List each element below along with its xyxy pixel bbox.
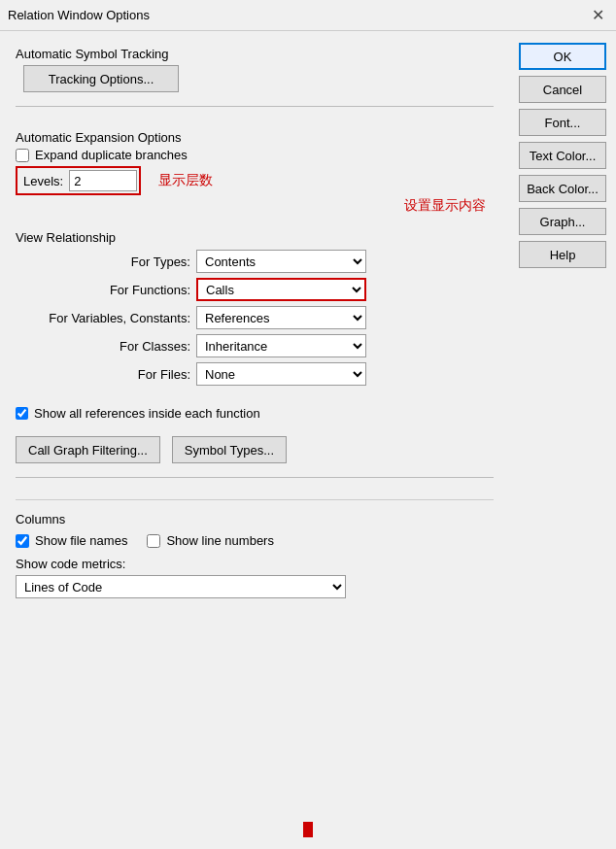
for-functions-label: For Functions: <box>16 283 190 297</box>
show-code-metrics-label: Show code metrics: <box>16 557 494 571</box>
for-classes-label: For Classes: <box>16 339 190 354</box>
show-linenumbers-checkbox[interactable] <box>147 534 160 548</box>
ok-button[interactable]: OK <box>519 43 606 70</box>
levels-row: Levels: 显示层数 <box>16 166 494 195</box>
chinese-label-levels: 显示层数 <box>158 172 213 189</box>
for-variables-row: For Variables, Constants: References Non… <box>16 306 494 329</box>
for-functions-row: For Functions: Calls References None <box>16 278 494 301</box>
auto-symbol-tracking-section: Automatic Symbol Tracking Tracking Optio… <box>16 43 494 92</box>
for-types-label: For Types: <box>16 255 190 269</box>
back-color-button[interactable]: Back Color... <box>519 175 606 202</box>
columns-section: Columns Show file names Show line number… <box>16 499 494 598</box>
text-color-button[interactable]: Text Color... <box>519 142 606 169</box>
auto-tracking-label: Automatic Symbol Tracking <box>16 47 494 61</box>
expand-duplicate-checkbox[interactable] <box>16 149 29 162</box>
call-graph-filtering-button[interactable]: Call Graph Filtering... <box>16 436 160 463</box>
for-types-row: For Types: Contents References None <box>16 250 494 273</box>
for-variables-label: For Variables, Constants: <box>16 311 190 325</box>
close-button[interactable]: ✕ <box>588 6 608 25</box>
show-linenumbers-label: Show line numbers <box>166 533 274 548</box>
for-files-row: For Files: None References <box>16 362 494 386</box>
symbol-types-button[interactable]: Symbol Types... <box>172 436 287 463</box>
for-variables-select[interactable]: References None <box>196 306 366 329</box>
show-linenumbers-row: Show line numbers <box>147 533 274 548</box>
dialog-title: Relation Window Options <box>8 8 150 22</box>
dialog-right-panel: OK Cancel Font... Text Color... Back Col… <box>509 31 616 849</box>
action-buttons-row: Call Graph Filtering... Symbol Types... <box>16 436 494 463</box>
show-filenames-label: Show file names <box>35 533 127 548</box>
expand-duplicate-label: Expand duplicate branches <box>35 148 188 162</box>
levels-box: Levels: <box>16 166 141 195</box>
font-button[interactable]: Font... <box>519 109 606 136</box>
dialog-body: Automatic Symbol Tracking Tracking Optio… <box>0 31 616 849</box>
for-files-select[interactable]: None References <box>196 362 366 386</box>
levels-label: Levels: <box>19 174 63 188</box>
for-files-label: For Files: <box>16 367 190 382</box>
sep1 <box>16 106 494 107</box>
levels-input[interactable] <box>69 170 137 191</box>
arrow-stem <box>303 822 313 837</box>
columns-label: Columns <box>16 512 494 526</box>
tracking-options-button[interactable]: Tracking Options... <box>23 65 179 92</box>
auto-expansion-section: Automatic Expansion Options Expand dupli… <box>16 126 494 215</box>
show-all-refs-label: Show all references inside each function <box>34 406 260 421</box>
code-metrics-select[interactable]: Lines of Code Complexity None <box>16 575 346 598</box>
graph-button[interactable]: Graph... <box>519 208 606 235</box>
for-classes-row: For Classes: Inheritance References None <box>16 334 494 357</box>
chinese-label-content: 设置显示内容 <box>404 197 486 213</box>
view-rel-label: View Relationship <box>16 230 494 245</box>
show-filenames-checkbox[interactable] <box>16 534 29 548</box>
code-metrics-row: Lines of Code Complexity None <box>16 575 494 598</box>
help-button[interactable]: Help <box>519 241 606 268</box>
cancel-button[interactable]: Cancel <box>519 76 606 103</box>
title-bar: Relation Window Options ✕ <box>0 0 616 31</box>
auto-expansion-label: Automatic Expansion Options <box>16 130 494 145</box>
expand-duplicate-row: Expand duplicate branches <box>16 148 494 162</box>
columns-checks: Show file names Show line numbers <box>16 530 494 551</box>
show-filenames-row: Show file names <box>16 533 127 548</box>
show-all-refs-row: Show all references inside each function <box>16 406 494 421</box>
dialog-left-panel: Automatic Symbol Tracking Tracking Optio… <box>0 31 509 849</box>
view-relationship-section: View Relationship For Types: Contents Re… <box>16 226 494 391</box>
show-all-refs-checkbox[interactable] <box>16 407 28 420</box>
for-types-select[interactable]: Contents References None <box>196 250 366 273</box>
for-functions-select[interactable]: Calls References None <box>196 278 366 301</box>
for-classes-select[interactable]: Inheritance References None <box>196 334 366 357</box>
sep2 <box>16 477 494 478</box>
